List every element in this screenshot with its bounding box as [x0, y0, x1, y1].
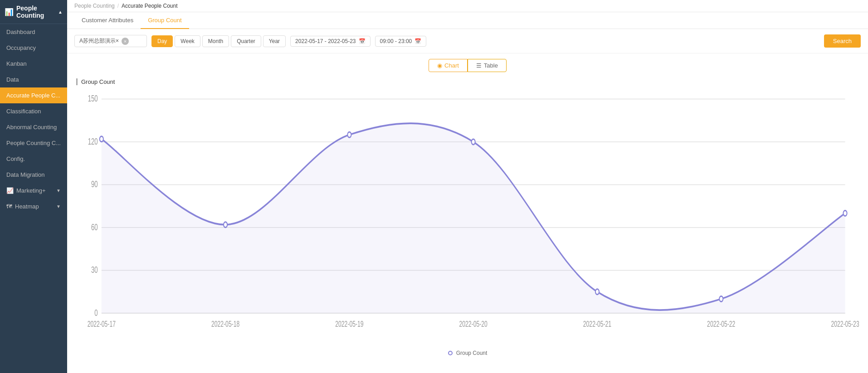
breadcrumb-separator: / — [117, 3, 119, 9]
tabs-container: Customer Attributes Group Count — [67, 12, 868, 29]
table-view-label: Table — [484, 62, 498, 69]
period-btn-year[interactable]: Year — [263, 35, 286, 47]
svg-point-25 — [719, 296, 723, 302]
sidebar-item-classification[interactable]: Classification — [0, 103, 67, 119]
chart-svg: 03060901201502022-05-172022-05-182022-05… — [76, 89, 859, 347]
svg-text:2022-05-23: 2022-05-23 — [831, 320, 859, 329]
svg-text:2022-05-21: 2022-05-21 — [583, 320, 611, 329]
filter-tag-text: A苏州总部演示× — [79, 37, 119, 45]
people-counting-icon: 📊 — [5, 8, 14, 16]
search-button[interactable]: Search — [824, 34, 861, 48]
svg-text:0: 0 — [94, 308, 98, 318]
period-btn-month[interactable]: Month — [202, 35, 229, 47]
heatmap-icon: 🗺 — [6, 203, 12, 210]
chart-view-button[interactable]: ◉ Chart — [429, 59, 468, 72]
svg-text:60: 60 — [91, 222, 98, 232]
legend-label: Group Count — [456, 350, 488, 356]
sidebar-heatmap-label: Heatmap — [15, 203, 39, 210]
sidebar-people-counting-header[interactable]: 📊 People Counting ▲ — [0, 0, 67, 24]
tab-group-count[interactable]: Group Count — [141, 12, 189, 29]
date-range-input[interactable]: 2022-05-17 - 2022-05-23 📅 — [290, 36, 370, 47]
marketing-icon: 📈 — [6, 187, 14, 194]
heatmap-chevron-icon: ▼ — [56, 204, 61, 209]
marketing-chevron-icon: ▼ — [56, 188, 61, 193]
svg-point-22 — [347, 132, 351, 137]
svg-point-20 — [100, 136, 103, 142]
sidebar-item-config[interactable]: Config. — [0, 151, 67, 167]
sidebar-item-dashboard[interactable]: Dashboard — [0, 24, 67, 40]
chart-title: Group Count — [76, 78, 859, 85]
chart-area: Group Count 03060901201502022-05-172022-… — [67, 74, 868, 373]
svg-text:2022-05-22: 2022-05-22 — [707, 320, 735, 329]
chart-legend: Group Count — [76, 350, 859, 356]
clock-icon: 📅 — [414, 38, 421, 44]
sidebar-marketing-label: Marketing+ — [16, 187, 46, 194]
sidebar-heatmap-header[interactable]: 🗺 Heatmap ▼ — [0, 199, 67, 214]
svg-point-23 — [472, 139, 475, 145]
chart-view-label: Chart — [444, 62, 459, 69]
calendar-icon: 📅 — [359, 38, 366, 44]
svg-text:150: 150 — [88, 94, 98, 104]
period-btn-quarter[interactable]: Quarter — [231, 35, 261, 47]
toolbar: A苏州总部演示× × DayWeekMonthQuarterYear 2022-… — [67, 29, 868, 53]
svg-point-24 — [595, 289, 599, 295]
table-view-button[interactable]: ☰ Table — [468, 59, 507, 72]
sidebar: 📊 People Counting ▲ DashboardOccupancyKa… — [0, 0, 67, 373]
main-content: People Counting / Accurate People Count … — [67, 0, 868, 373]
period-buttons: DayWeekMonthQuarterYear — [151, 35, 286, 47]
period-btn-day[interactable]: Day — [151, 35, 173, 47]
time-range-text: 09:00 - 23:00 — [380, 38, 412, 44]
svg-text:2022-05-20: 2022-05-20 — [459, 320, 488, 329]
filter-tag-close[interactable]: × — [122, 38, 129, 45]
view-toggle: ◉ Chart ☰ Table — [67, 53, 868, 74]
legend-dot — [448, 351, 453, 355]
svg-text:2022-05-17: 2022-05-17 — [88, 320, 116, 329]
period-btn-week[interactable]: Week — [175, 35, 200, 47]
breadcrumb-item-accurate-people-count: Accurate People Count — [122, 3, 177, 9]
svg-text:90: 90 — [91, 179, 98, 189]
breadcrumb: People Counting / Accurate People Count — [67, 0, 868, 12]
sidebar-people-counting-label: People Counting — [16, 5, 58, 19]
filter-tag[interactable]: A苏州总部演示× × — [74, 35, 147, 47]
svg-text:2022-05-19: 2022-05-19 — [335, 320, 363, 329]
svg-text:2022-05-18: 2022-05-18 — [211, 320, 239, 329]
svg-text:120: 120 — [88, 136, 98, 146]
sidebar-item-occupancy[interactable]: Occupancy — [0, 40, 67, 56]
svg-point-21 — [224, 222, 227, 228]
table-icon: ☰ — [476, 62, 482, 69]
sidebar-items: DashboardOccupancyKanbanDataAccurate Peo… — [0, 24, 67, 183]
tab-customer-attributes[interactable]: Customer Attributes — [74, 12, 141, 29]
sidebar-item-kanban[interactable]: Kanban — [0, 56, 67, 72]
sidebar-item-people-counting-c[interactable]: People Counting C... — [0, 135, 67, 151]
svg-text:30: 30 — [91, 265, 98, 275]
date-range-text: 2022-05-17 - 2022-05-23 — [295, 38, 356, 44]
sidebar-item-accurate-people-c[interactable]: Accurate People C... — [0, 87, 67, 103]
time-range-input[interactable]: 09:00 - 23:00 📅 — [375, 36, 427, 47]
chevron-up-icon: ▲ — [58, 10, 63, 15]
sidebar-marketing-header[interactable]: 📈 Marketing+ ▼ — [0, 183, 67, 199]
sidebar-item-data-migration[interactable]: Data Migration — [0, 167, 67, 183]
breadcrumb-item-people-counting[interactable]: People Counting — [74, 3, 115, 9]
chart-container: 03060901201502022-05-172022-05-182022-05… — [76, 89, 859, 347]
sidebar-item-abnormal-counting[interactable]: Abnormal Counting — [0, 119, 67, 135]
sidebar-item-data[interactable]: Data — [0, 72, 67, 87]
chart-radio-icon: ◉ — [437, 62, 442, 69]
svg-point-26 — [843, 211, 847, 216]
